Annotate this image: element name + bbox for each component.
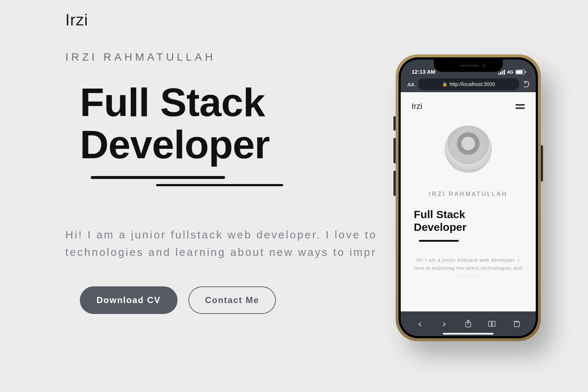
browser-url-bar: AA 🔒 http://localhost:3000: [401, 76, 536, 92]
forward-icon[interactable]: ›: [439, 318, 450, 329]
phone-screen: 12:13 AM 4G AA 🔒 http://localhost:3000 I…: [401, 60, 536, 336]
bookmarks-icon[interactable]: [487, 318, 498, 329]
contact-me-button[interactable]: Contact Me: [188, 286, 276, 314]
phone-side-button: [393, 116, 396, 131]
hamburger-icon[interactable]: [515, 104, 525, 109]
mobile-logo[interactable]: Irzi: [412, 102, 422, 111]
url-field[interactable]: 🔒 http://localhost:3000: [418, 78, 519, 90]
url-text: http://localhost:3000: [450, 81, 495, 87]
download-cv-button[interactable]: Download CV: [80, 286, 177, 314]
phone-side-button: [541, 145, 543, 181]
phone-side-button: [393, 171, 396, 196]
mobile-hero-line2: Developer: [414, 221, 525, 234]
battery-icon: [515, 70, 525, 74]
mobile-hero-title: Full Stack Developer: [414, 208, 525, 233]
lock-icon: 🔒: [442, 82, 448, 87]
refresh-icon[interactable]: [523, 81, 529, 87]
phone-mockup: 12:13 AM 4G AA 🔒 http://localhost:3000 I…: [396, 54, 541, 341]
tabs-icon[interactable]: [511, 318, 522, 329]
network-label: 4G: [507, 69, 513, 75]
mobile-header: Irzi: [412, 102, 525, 111]
mobile-hero-line1: Full Stack: [414, 208, 525, 221]
avatar: [445, 126, 492, 173]
back-icon[interactable]: ‹: [415, 318, 425, 329]
share-icon[interactable]: [463, 318, 474, 329]
status-time: 12:13 AM: [412, 69, 435, 75]
home-indicator[interactable]: [443, 333, 494, 335]
mobile-owner-name: IRZI RAHMATULLAH: [412, 191, 525, 197]
mobile-underline: [419, 240, 459, 242]
site-logo[interactable]: Irzi: [65, 11, 523, 29]
text-size-icon[interactable]: AA: [407, 81, 415, 87]
svg-rect-1: [514, 322, 519, 327]
phone-side-button: [393, 138, 396, 163]
phone-notch: [434, 60, 503, 72]
mobile-page: Irzi IRZI RAHMATULLAH Full Stack Develop…: [401, 92, 536, 311]
browser-bottom-bar: ‹ ›: [401, 311, 536, 336]
mobile-intro-text: Hi! I am a junior fullstack web develope…: [412, 256, 525, 278]
status-right: 4G: [498, 69, 525, 75]
